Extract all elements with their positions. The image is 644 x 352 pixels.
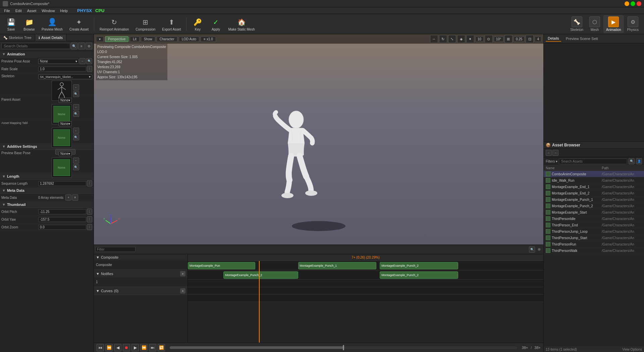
ab-list-item[interactable]: MontageExample_Punch_1 /Game/Characters/… <box>544 196 644 203</box>
ab-list-item[interactable]: MontageExample_End_1 /Game/Characters/An <box>544 184 644 190</box>
orbit-yaw-input[interactable] <box>38 217 86 222</box>
ab-list-item[interactable]: MontageExample_Start /Game/Characters/An <box>544 209 644 216</box>
ab-list-item[interactable]: ThirdPersonIdle /Game/Characters/An <box>544 216 644 222</box>
orbit-yaw-spinner[interactable]: ⋮ <box>87 216 92 222</box>
make-static-mesh-button[interactable]: 🏠 Make Static Mesh <box>225 15 257 33</box>
orbit-zoom-input[interactable] <box>38 225 86 230</box>
preview-base-pose-browse[interactable]: 🔍 <box>73 164 79 170</box>
goto-start-button[interactable]: ⏮ <box>97 344 104 351</box>
lod-auto-button[interactable]: LOD Auto <box>179 36 199 42</box>
skeleton-browse-button[interactable]: 🔍 <box>73 91 79 97</box>
move-snap[interactable]: 10 <box>475 36 484 42</box>
timeline-scrubber[interactable] <box>170 346 517 349</box>
preview-pose-asset-dropdown[interactable]: None ▾ <box>38 59 79 64</box>
close-button[interactable] <box>637 1 641 6</box>
meta-data-section-header[interactable]: ▼ Meta Data <box>0 187 94 194</box>
curves-add-btn[interactable]: + <box>180 288 185 294</box>
perspective-button[interactable]: Perspective <box>105 36 128 42</box>
search-input[interactable] <box>1 43 70 49</box>
preview-scene-tab[interactable]: Preview Scene Sett <box>564 36 600 41</box>
scale-button[interactable]: ≡ x1.0 <box>201 36 216 42</box>
orbit-pitch-input[interactable] <box>38 209 86 214</box>
meta-data-add[interactable]: + <box>65 194 71 201</box>
translate-tool[interactable]: ↔ <box>430 35 438 43</box>
sequence-length-spinner[interactable]: ⋮ <box>87 180 92 186</box>
ab-view-options[interactable]: View Options <box>622 348 642 351</box>
menu-edit[interactable]: Edit <box>13 8 24 13</box>
ab-forward-button[interactable]: → <box>552 150 558 156</box>
list-view-button[interactable]: ≡ <box>78 43 85 49</box>
lit-button[interactable]: Lit <box>130 36 140 42</box>
curves-group-header[interactable]: ▼ Curves (0) + <box>94 287 187 295</box>
browse-button[interactable]: 📁 Browse <box>21 15 38 33</box>
anim-block-4[interactable]: MontageExample_Punch_2 <box>223 271 298 279</box>
meta-data-remove[interactable]: ✕ <box>72 194 78 201</box>
thumbnail-section-header[interactable]: ▼ Thumbnail <box>0 202 94 208</box>
ab-search-btn[interactable]: 🔍 <box>629 158 635 164</box>
play-reverse-button[interactable]: ◀ <box>114 344 121 351</box>
rotate-snap-icon[interactable]: ⊙ <box>485 35 493 43</box>
world-space-tool[interactable]: ✦ <box>466 35 474 43</box>
parent-asset-dropdown[interactable]: None ▾ <box>59 98 72 103</box>
ab-back-button[interactable]: ← <box>546 150 552 156</box>
search-button[interactable]: 🔍 <box>71 43 77 49</box>
menu-file[interactable]: File <box>1 8 13 13</box>
notifies-group-header[interactable]: ▼ Notifies + <box>94 270 187 277</box>
compression-button[interactable]: ⊞ Compression <box>133 15 158 33</box>
ab-list-item[interactable]: ComboAnimComposite /Game/Characters/An <box>544 171 644 177</box>
ab-list-item[interactable]: ThirdPersonWalk /Game/Characters/An <box>544 248 644 254</box>
key-button[interactable]: 🔑 Key <box>189 15 206 33</box>
menu-window[interactable]: Window <box>39 8 57 13</box>
step-forward-button[interactable]: ⏩ <box>140 344 148 351</box>
character-button[interactable]: Character <box>157 36 177 42</box>
grid-icon[interactable]: ⊡ <box>526 35 534 43</box>
parent-asset-browse[interactable]: 🔍 <box>73 111 79 117</box>
ab-list-item[interactable]: MontageExample_Punch_2 /Game/Characters/… <box>544 203 644 209</box>
notifies-add-btn[interactable]: + <box>180 271 185 276</box>
record-button[interactable]: ⏺ <box>123 344 130 351</box>
asset-mapping-dropdown[interactable]: None ▾ <box>59 121 72 126</box>
orbit-zoom-spinner[interactable]: ⋮ <box>87 224 92 230</box>
maximize-button[interactable] <box>631 1 635 6</box>
ab-list-item[interactable]: Idle_Walk_Run /Game/Characters/An <box>544 177 644 184</box>
physics-mode-button[interactable]: ⚙ Physics <box>625 15 641 33</box>
viewport-dropdown-button[interactable]: ▾ <box>96 36 104 42</box>
animation-section-header[interactable]: ▼ Animation <box>0 51 94 57</box>
play-button[interactable]: ▶ <box>131 344 139 351</box>
ab-list-item[interactable]: ThirdPersonJump_Start /Game/Characters/A… <box>544 235 644 241</box>
create-asset-button[interactable]: ✦ Create Asset <box>67 15 91 33</box>
parent-asset-reset[interactable]: ← <box>73 104 79 110</box>
anim-block-5[interactable]: MontageExample_Punch_2 <box>380 271 458 279</box>
rotate-snap[interactable]: 10° <box>494 36 503 42</box>
anim-block-2[interactable]: MontageExample_Punch_1 <box>298 262 376 269</box>
composite-group-header[interactable]: ▼ Composite <box>94 254 187 260</box>
skeleton-mode-button[interactable]: 🦴 Skeleton <box>568 15 586 33</box>
apply-button[interactable]: ✓ Apply <box>207 15 224 33</box>
sequence-length-input[interactable] <box>38 181 86 186</box>
ab-filters-label[interactable]: Filters ▾ <box>546 160 557 163</box>
ab-list-item[interactable]: ThirdPerson_End /Game/Characters/An <box>544 222 644 228</box>
goto-end-button[interactable]: ⏭ <box>149 344 156 351</box>
ab-list-item[interactable]: ThirdPersonJump_Loop /Game/Characters/An <box>544 228 644 235</box>
asset-mapping-browse[interactable]: 🔍 <box>73 134 79 140</box>
ab-user-btn[interactable]: 👤 <box>636 158 642 164</box>
rate-scale-input[interactable] <box>38 67 86 72</box>
step-back-button[interactable]: ⏪ <box>105 344 113 351</box>
loop-button[interactable]: 🔁 <box>158 344 165 351</box>
animation-mode-button[interactable]: ▶ Animation <box>603 15 624 33</box>
details-tab[interactable]: Details <box>546 36 561 42</box>
export-asset-button[interactable]: ⬆ Export Asset <box>159 15 183 33</box>
preview-base-pose-reset[interactable]: ← <box>73 158 79 164</box>
mesh-mode-button[interactable]: ⬡ Mesh <box>587 15 603 33</box>
viewport[interactable]: ▾ Perspective Lit Show Character LOD Aut… <box>94 34 543 245</box>
save-button[interactable]: 💾 Save <box>3 15 19 33</box>
skeleton-reset-button[interactable]: ← <box>73 84 79 90</box>
local-space-tool[interactable]: ◈ <box>457 35 465 43</box>
anim-block-3[interactable]: MontageExample_Punch_2 <box>380 262 458 269</box>
anim-block-1[interactable]: MontageExample_Pun <box>188 262 255 269</box>
show-button[interactable]: Show <box>141 36 155 42</box>
grid-snap[interactable]: 4 <box>535 36 541 42</box>
window-controls[interactable] <box>625 1 641 6</box>
filter-input[interactable] <box>95 247 136 252</box>
ab-list-item[interactable]: MontageExample_End_2 /Game/Characters/An <box>544 190 644 196</box>
